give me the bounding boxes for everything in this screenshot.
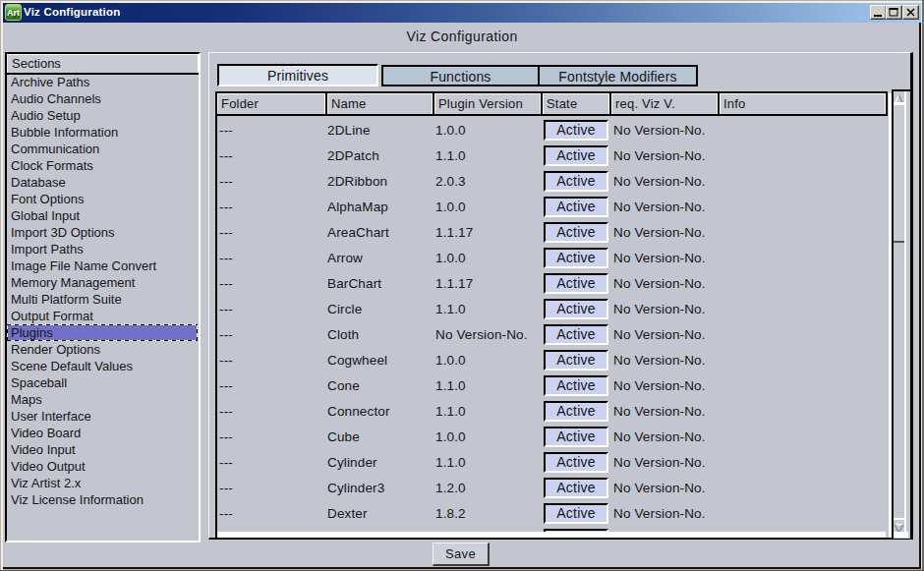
svg-text:Art: Art	[7, 8, 20, 18]
